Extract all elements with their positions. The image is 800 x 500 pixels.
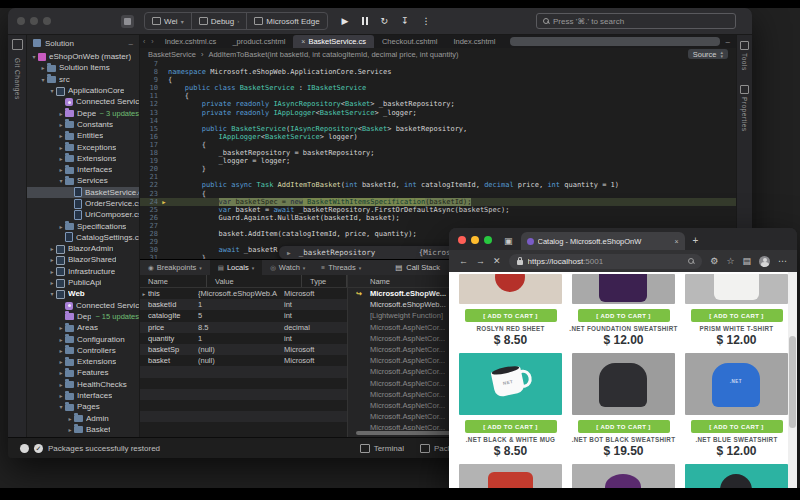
tree-item-src[interactable]: ▾src <box>27 74 139 85</box>
close-window-icon[interactable] <box>458 236 466 244</box>
tree-item-eshoponweb-master[interactable]: ▾eShopOnWeb (master) <box>27 51 139 62</box>
profile-avatar[interactable] <box>759 256 770 267</box>
close-tab-icon[interactable]: × <box>674 238 678 245</box>
tree-item-blazoradmin[interactable]: ▸BlazorAdmin <box>27 243 139 254</box>
search-icon[interactable] <box>688 258 694 264</box>
add-to-cart-button[interactable]: [ ADD TO CART ] <box>465 420 557 433</box>
tree-item-services[interactable]: ▾Services <box>27 175 139 186</box>
code-line-24[interactable]: 24▶ var basketSpec = new BasketWithItems… <box>140 198 736 206</box>
tree-item-applicationcore[interactable]: ▾ApplicationCore <box>27 85 139 96</box>
zoom-window-icon[interactable] <box>43 17 51 25</box>
tree-item-connected-services[interactable]: Connected Services <box>27 300 139 311</box>
code-line-14[interactable]: 14 <box>140 117 736 125</box>
locals-row-quantity[interactable]: quantity1int <box>140 333 347 344</box>
code-line-22[interactable]: 22 public async Task AddItemToBasket(int… <box>140 181 736 189</box>
tab-product-cshtml[interactable]: _product.cshtml <box>224 35 293 48</box>
tree-item-basketservice-cs[interactable]: BasketService.cs <box>27 187 139 198</box>
code-line-10[interactable]: 10 public class BasketService : IBasketS… <box>140 84 736 92</box>
global-search-input[interactable]: Press '⌘.' to search <box>536 13 736 29</box>
tree-item-admin[interactable]: ▸Admin <box>27 413 139 424</box>
product-photo[interactable]: .NET <box>685 353 788 415</box>
close-tab-icon[interactable]: × <box>301 38 305 45</box>
breadcrumb-member[interactable]: AddItemToBasket(int basketId, int catalo… <box>208 50 458 59</box>
column-name[interactable]: Name <box>140 275 207 287</box>
tree-item-publicapi[interactable]: ▸PublicApi <box>27 277 139 288</box>
column-type[interactable]: Type <box>302 275 347 287</box>
tree-item-interfaces[interactable]: ▸Interfaces <box>27 164 139 175</box>
tree-item-orderservice-cs[interactable]: OrderService.cs <box>27 198 139 209</box>
tree-item-areas[interactable]: ▸Areas <box>27 322 139 333</box>
panel-button-terminal[interactable]: Terminal <box>360 444 404 453</box>
tree-item-constants[interactable]: ▸Constants <box>27 119 139 130</box>
add-to-cart-button[interactable]: [ ADD TO CART ] <box>691 309 783 322</box>
code-line-20[interactable]: 20 } <box>140 165 736 173</box>
page-scrollbar[interactable] <box>788 272 797 488</box>
locals-row-catalogite[interactable]: catalogIte5int <box>140 310 347 321</box>
restart-button[interactable]: ↻ <box>381 17 389 26</box>
appearance-gear-icon[interactable]: ⚙ <box>710 256 718 266</box>
tree-item-healthchecks[interactable]: ▸HealthChecks <box>27 379 139 390</box>
tree-item-pages[interactable]: ▾Pages <box>27 401 139 412</box>
code-line-25[interactable]: 25 var basket = await _basketRepository.… <box>140 206 736 214</box>
tab-checkout-cshtml[interactable]: Checkout.cshtml <box>374 35 445 48</box>
code-line-17[interactable]: 17 { <box>140 141 736 149</box>
run-config-user[interactable]: Wei▾ <box>145 13 192 29</box>
code-line-8[interactable]: 8namespace Microsoft.eShopWeb.Applicatio… <box>140 68 736 76</box>
product-photo[interactable]: NET <box>459 353 562 415</box>
tree-item-specifications[interactable]: ▸Specifications <box>27 220 139 231</box>
tree-item-features[interactable]: ▸Features <box>27 367 139 378</box>
callstack-pane-title[interactable]: ▤ Call Stack <box>387 260 448 275</box>
locals-row-basketid[interactable]: basketId1int <box>140 299 347 310</box>
favorites-star-icon[interactable]: ☆ <box>726 256 734 266</box>
side-pad-tools[interactable]: Tools <box>740 41 749 71</box>
tab-overview-icon[interactable]: ▣ <box>504 236 513 246</box>
tab-overflow-icon[interactable]: – <box>726 37 730 46</box>
git-changes-icon[interactable] <box>12 39 23 50</box>
add-to-cart-button[interactable]: [ ADD TO CART ] <box>691 420 783 433</box>
product-photo[interactable] <box>685 464 788 488</box>
forward-icon[interactable]: → <box>476 256 485 266</box>
code-line-11[interactable]: 11 { <box>140 92 736 100</box>
product-photo[interactable] <box>459 274 562 304</box>
product-photo[interactable] <box>572 353 675 415</box>
scrollbar-thumb[interactable] <box>789 336 796 428</box>
collections-icon[interactable]: ▤ <box>742 256 751 266</box>
tree-item-infrastructure[interactable]: ▸Infrastructure <box>27 266 139 277</box>
tree-item-configuration[interactable]: ▸Configuration <box>27 333 139 344</box>
minimize-window-icon[interactable] <box>30 17 38 25</box>
debug-tab-breakpoints[interactable]: ◉Breakpoints▾ <box>140 260 210 275</box>
product-photo[interactable] <box>459 464 562 488</box>
tree-item-web[interactable]: ▾Web <box>27 288 139 299</box>
add-to-cart-button[interactable]: [ ADD TO CART ] <box>578 420 670 433</box>
back-icon[interactable]: ← <box>459 256 468 266</box>
tree-item-exceptions[interactable]: ▸Exceptions <box>27 141 139 152</box>
code-line-15[interactable]: 15 public BasketService(IAsyncRepository… <box>140 125 736 133</box>
tree-item-dependencies[interactable]: ▸Dependencies~ 3 updates <box>27 107 139 118</box>
more-options-icon[interactable]: ⋮ <box>422 17 431 26</box>
browser-tab[interactable]: Catalog - Microsoft.eShopOnW × <box>521 232 685 250</box>
tree-item-connected-services[interactable]: Connected Services <box>27 96 139 107</box>
product-photo[interactable] <box>685 274 788 304</box>
tab-index-cshtml[interactable]: Index.cshtml <box>445 35 503 48</box>
continue-button[interactable]: ▶ <box>342 17 349 26</box>
tree-item-basket[interactable]: ▸Basket <box>27 424 139 435</box>
collapse-panel-icon[interactable]: – <box>129 39 133 48</box>
locals-row-price[interactable]: price8.5decimal <box>140 322 347 333</box>
tab-nav-forward-icon[interactable]: › <box>148 38 156 45</box>
source-view-selector[interactable]: Source ▴▾ <box>688 49 728 59</box>
tree-item-interfaces[interactable]: ▸Interfaces <box>27 390 139 401</box>
tree-item-solution-items[interactable]: ▸Solution Items <box>27 62 139 73</box>
breadcrumb-class[interactable]: BasketService <box>148 50 196 59</box>
locals-row-basket[interactable]: basket(null)Microsoft <box>140 355 347 366</box>
code-line-19[interactable]: 19 _logger = logger; <box>140 157 736 165</box>
tree-item-entities[interactable]: ▸Entities <box>27 130 139 141</box>
step-over-button[interactable]: ↧ <box>401 17 409 26</box>
tab-nav-back-icon[interactable]: ‹ <box>140 38 148 45</box>
column-value[interactable]: Value <box>207 275 302 287</box>
new-tab-button[interactable]: + <box>693 235 699 246</box>
tab-index-cshtml-cs[interactable]: Index.cshtml.cs <box>157 35 225 48</box>
run-config-target[interactable]: Microsoft Edge <box>247 13 326 29</box>
expand-icon[interactable]: ▶ <box>287 249 291 256</box>
address-bar[interactable]: https://localhost:5001 <box>509 254 703 269</box>
debug-tab-threads[interactable]: ≡Threads▾ <box>313 260 369 275</box>
